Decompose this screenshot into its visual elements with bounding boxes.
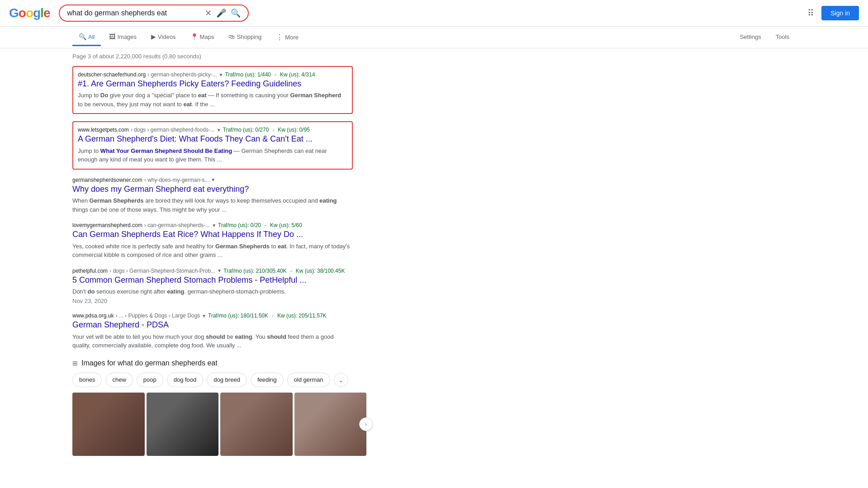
search-button[interactable]: 🔍 (231, 8, 241, 18)
result-4-traf: Traf/mo (us): 0/20 (218, 222, 261, 228)
result-4-expand-button[interactable]: ▼ (212, 223, 216, 228)
images-icon: 🖼 (109, 33, 115, 40)
tab-videos[interactable]: ▶ Videos (145, 28, 182, 46)
image-pills-row: bones chew poop dog food dog breed feedi… (72, 373, 366, 387)
maps-icon: 📍 (190, 33, 198, 40)
images-next-button[interactable]: › (359, 417, 373, 431)
pill-bones[interactable]: bones (72, 373, 102, 387)
result-6-snippet: Your vet will be able to tell you how mu… (72, 332, 353, 350)
pills-expand-button[interactable]: ⌄ (334, 373, 348, 387)
image-2[interactable] (147, 393, 219, 456)
sign-in-button[interactable]: Sign in (821, 6, 859, 20)
result-4-domain: lovemygermanshepherd.com (72, 222, 142, 228)
result-5-path: › dogs › German-Shepherd-Stomach-Prob... (109, 268, 215, 274)
result-4-url: lovemygermanshepherd.com › can-german-sh… (72, 222, 353, 228)
voice-search-button[interactable]: 🎤 (216, 8, 226, 18)
pill-dog-breed[interactable]: dog breed (207, 373, 247, 387)
tab-images-label: Images (117, 33, 137, 40)
more-label: More (285, 34, 299, 41)
pill-old-german[interactable]: old german (287, 373, 330, 387)
result-2-kw: Kw (us): 0/95 (278, 127, 310, 133)
result-card-2: www.letsgetpets.com › dogs › german-shep… (72, 121, 353, 169)
result-4-path: › can-german-shepherds-... (144, 222, 210, 228)
result-2-domain: www.letsgetpets.com (78, 127, 129, 133)
result-card-4: lovemygermanshepherd.com › can-german-sh… (72, 222, 353, 259)
pill-dog-food[interactable]: dog food (167, 373, 204, 387)
tab-images[interactable]: 🖼 Images (103, 28, 143, 46)
result-6-traf: Traf/mo (us): 180/11.50K (208, 313, 268, 319)
result-4-title[interactable]: Can German Shepherds Eat Rice? What Happ… (72, 229, 353, 240)
image-4[interactable] (294, 393, 367, 456)
result-1-expand-button[interactable]: ▼ (218, 72, 223, 77)
result-card-3: germanshepherdsowner.com › why-does-my-g… (72, 177, 353, 214)
nav-tabs: 🔍 All 🖼 Images ▶ Videos 📍 Maps 🛍 Shoppin… (0, 27, 868, 48)
pill-chew[interactable]: chew (105, 373, 133, 387)
result-5-title[interactable]: 5 Common German Shepherd Stomach Problem… (72, 275, 353, 285)
all-icon: 🔍 (79, 33, 86, 40)
result-3-title[interactable]: Why does my German Shepherd eat everythi… (72, 184, 353, 194)
result-1-traf: Traf/mo (us): 1/440 (225, 71, 271, 78)
result-1-snippet: Jump to Do give your dog a "special" pla… (78, 91, 347, 109)
result-6-domain: www.pdsa.org.uk (72, 313, 114, 319)
tab-shopping-label: Shopping (237, 33, 261, 40)
result-3-path: › why-does-my-german-s... (144, 177, 209, 183)
images-section-header: ⊞ Images for what do german shepherds ea… (72, 359, 366, 367)
image-3[interactable] (220, 393, 293, 456)
more-tab[interactable]: ⋮ More (270, 28, 305, 46)
result-1-title[interactable]: #1. Are German Shepherds Picky Eaters? F… (78, 79, 347, 89)
result-3-expand-button[interactable]: ▼ (211, 177, 215, 182)
result-5-traf: Traf/mo (us): 210/305.40K (223, 268, 287, 274)
result-5-kw: Kw (us): 38/100.45K (296, 268, 345, 274)
images-header-text: Images for what do german shepherds eat (81, 359, 218, 367)
header-right: ⠿ Sign in (807, 6, 859, 20)
result-1-domain: deutscher-schaeferhund.org (78, 71, 146, 78)
result-4-snippet: Yes, cooked white rice is perfectly safe… (72, 242, 353, 260)
result-2-snippet: Jump to What Your German Shepherd Should… (78, 147, 347, 164)
result-3-domain: germanshepherdsowner.com (72, 177, 142, 183)
images-expand-icon[interactable]: ⊞ (72, 360, 78, 367)
result-3-snippet: When German Shepherds are bored they wil… (72, 196, 353, 214)
result-2-title[interactable]: A German Shepherd's Diet: What Foods The… (78, 134, 347, 144)
result-card-5: pethelpful.com › dogs › German-Shepherd-… (72, 268, 353, 305)
tools-link[interactable]: Tools (769, 29, 796, 46)
result-6-kw: Kw (us): 205/11.57K (277, 313, 327, 319)
result-card-6: www.pdsa.org.uk › ... › Puppies & Dogs ›… (72, 313, 353, 350)
clear-search-button[interactable]: ✕ (205, 8, 212, 18)
pill-feeding[interactable]: feeding (251, 373, 284, 387)
result-6-path: › ... › Puppies & Dogs › Large Dogs (115, 313, 200, 319)
result-6-expand-button[interactable]: ▼ (202, 313, 206, 318)
search-bar: ✕ 🎤 🔍 (59, 5, 249, 22)
tab-all[interactable]: 🔍 All (72, 28, 101, 46)
header: Google ✕ 🎤 🔍 ⠿ Sign in (0, 0, 868, 27)
tab-shopping[interactable]: 🛍 Shopping (222, 28, 268, 46)
pill-poop[interactable]: poop (137, 373, 163, 387)
result-2-path: › dogs › german-shepherd-foods-... (131, 127, 215, 133)
result-5-expand-button[interactable]: ▼ (217, 268, 222, 273)
result-2-expand-button[interactable]: ▼ (217, 128, 221, 133)
result-1-kw: Kw (us): 4/314 (280, 71, 315, 78)
result-6-url: www.pdsa.org.uk › ... › Puppies & Dogs ›… (72, 313, 353, 319)
result-5-domain: pethelpful.com (72, 268, 108, 274)
result-card-1: deutscher-schaeferhund.org › german-shep… (72, 66, 353, 114)
nav-right: Settings Tools (734, 29, 796, 46)
tab-videos-label: Videos (158, 33, 176, 40)
result-5-url: pethelpful.com › dogs › German-Shepherd-… (72, 268, 353, 274)
shopping-icon: 🛍 (228, 33, 235, 40)
image-1[interactable] (72, 393, 145, 456)
result-6-title[interactable]: German Shepherd - PDSA (72, 320, 353, 330)
result-5-snippet: Don't do serious exercise right after ea… (72, 287, 353, 296)
images-grid: › (72, 393, 366, 456)
result-4-kw: Kw (us): 5/60 (270, 222, 302, 228)
images-section: ⊞ Images for what do german shepherds ea… (72, 359, 366, 456)
search-input[interactable] (67, 9, 205, 17)
videos-icon: ▶ (151, 33, 156, 40)
tab-maps[interactable]: 📍 Maps (184, 28, 221, 46)
main-content: Page 3 of about 2,220,000 results (0,80 … (0, 48, 868, 456)
result-1-path: › german-shepherds-picky-... (147, 71, 217, 78)
settings-link[interactable]: Settings (734, 29, 768, 46)
apps-icon[interactable]: ⠿ (807, 8, 814, 19)
result-2-traf: Traf/mo (us): 0/270 (223, 127, 269, 133)
google-logo: Google (9, 6, 50, 20)
tab-all-label: All (88, 33, 95, 40)
result-2-url: www.letsgetpets.com › dogs › german-shep… (78, 127, 347, 133)
